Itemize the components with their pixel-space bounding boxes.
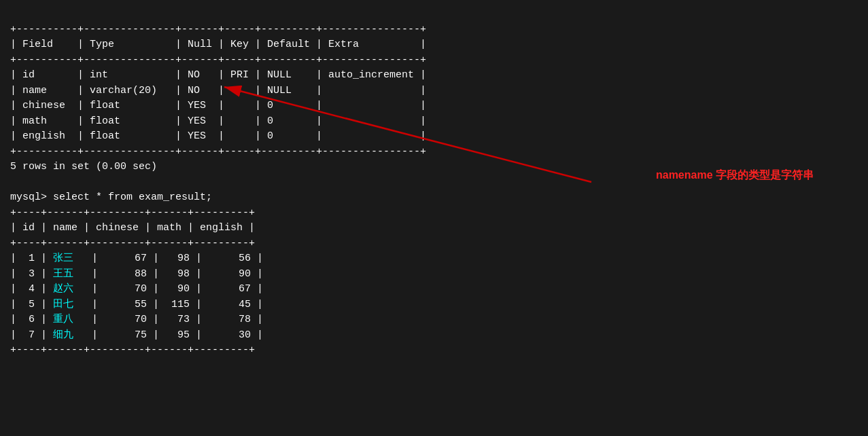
table2-row-7: | 7 | 细九 | 75 | 95 | 30 | [10, 329, 263, 341]
table1-row-english: | english | float | YES | | 0 | | [10, 130, 426, 142]
table2-header: | id | name | chinese | math | english | [10, 222, 255, 234]
table2-row-1: | 1 | 张三 | 67 | 98 | 56 | [10, 253, 263, 264]
table1-row-id: | id | int | NO | PRI | NULL | auto_incr… [10, 69, 426, 81]
table2-top-border: +----+------+---------+------+---------+ [10, 207, 255, 219]
table1-row-chinese: | chinese | float | YES | | 0 | | [10, 100, 426, 111]
query2-prompt: mysql> select * from exam_result; [10, 192, 212, 203]
table1-row-count: 5 rows in set (0.00 sec) [10, 161, 157, 172]
annotation-label: namename 字段的类型是字符串 [656, 168, 814, 183]
annotation-name-highlight: name [656, 169, 684, 181]
table2-bottom-border: +----+------+---------+------+---------+ [10, 344, 255, 356]
table1-bottom-border: +----------+---------------+------+-----… [10, 146, 426, 158]
table1-row-math: | math | float | YES | | 0 | | [10, 115, 426, 127]
table2-row-6: | 6 | 重八 | 70 | 73 | 78 | [10, 314, 263, 325]
table2-row-4: | 4 | 赵六 | 70 | 90 | 67 | [10, 283, 263, 295]
annotation-text-content: name 字段的类型是字符串 [684, 169, 814, 181]
table2-header-sep: +----+------+---------+------+---------+ [10, 238, 255, 249]
table1-header-sep: +----------+---------------+------+-----… [10, 54, 426, 66]
table2-row-5: | 5 | 田七 | 55 | 115 | 45 | [10, 299, 263, 310]
table1-header: | Field | Type | Null | Key | Default | … [10, 39, 426, 50]
table1-top-border: +----------+---------------+------+-----… [10, 24, 426, 35]
table1-row-name: | name | varchar(20) | NO | | NULL | | [10, 85, 426, 96]
table2-row-3: | 3 | 王五 | 88 | 98 | 90 | [10, 268, 263, 280]
